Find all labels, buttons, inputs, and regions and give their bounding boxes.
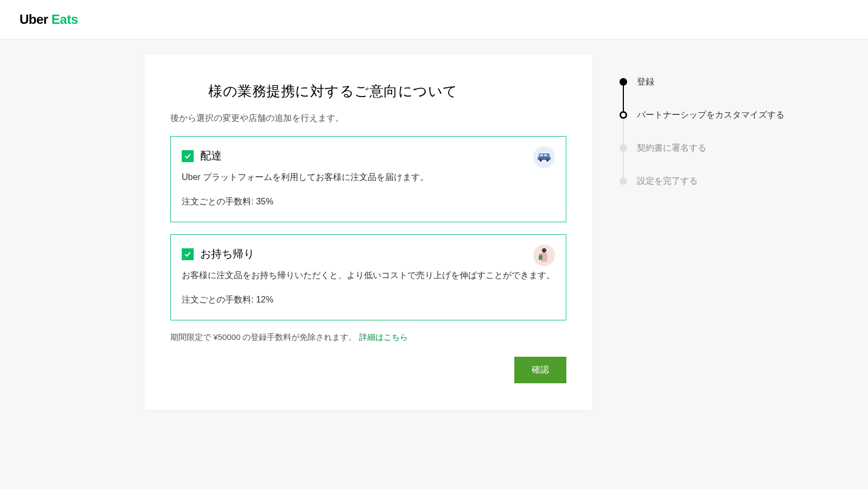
footer-note: 期間限定で ¥50000 の登録手数料が免除されます。 詳細はこちら [170,332,566,343]
checkmark-icon [183,152,192,160]
step-label: 設定を完了する [637,176,698,187]
option-title: お持ち帰り [200,247,254,261]
step-marker-pending-icon [620,177,627,185]
option-title: 配達 [200,149,222,163]
checkbox-pickup[interactable] [182,248,194,260]
details-link[interactable]: 詳細はこちら [359,332,408,342]
option-description: Uber プラットフォームを利用してお客様に注文品を届けます。 [182,172,555,183]
checkmark-icon [183,250,192,259]
logo-part-eats: Eats [52,12,78,27]
option-description: お客様に注文品をお持ち帰りいただくと、より低いコストで売り上げを伸ばすことができ… [182,270,555,281]
option-delivery[interactable]: 配達 Uber プラットフォームを利用してお客様に注文品を届けます。 注文ごとの… [170,136,566,222]
confirm-button[interactable]: 確認 [514,357,566,383]
logo[interactable]: Uber Eats [20,12,848,27]
progress-stepper: 登録 パートナーシップをカスタマイズする 契約書に署名する 設定を完了する [620,55,815,410]
step-connector [623,149,624,179]
step-register: 登録 [620,76,815,110]
svg-rect-1 [540,154,543,156]
option-fee: 注文ごとの手数料: 35% [182,196,555,208]
step-label: パートナーシップをカスタマイズする [637,110,784,121]
option-fee: 注文ごとの手数料: 12% [182,294,555,306]
step-connector [623,116,624,146]
step-customize: パートナーシップをカスタマイズする [620,110,815,143]
footer-note-text: 期間限定で ¥50000 の登録手数料が免除されます。 [170,332,359,342]
step-marker-done-icon [620,78,627,86]
step-connector [623,83,624,113]
step-label: 登録 [637,76,654,88]
main-container: 様の業務提携に対するご意向について 後から選択の変更や店舗の追加を行えます。 配… [38,40,830,432]
svg-rect-3 [538,157,551,160]
step-complete: 設定を完了する [620,176,815,209]
content-card: 様の業務提携に対するご意向について 後から選択の変更や店舗の追加を行えます。 配… [144,55,592,410]
svg-point-5 [546,159,549,162]
svg-rect-2 [544,154,547,156]
header: Uber Eats [0,0,868,40]
option-header: お持ち帰り [182,247,555,261]
step-marker-current-icon [620,111,627,119]
option-pickup[interactable]: お持ち帰り お客様に注文品をお持ち帰りいただくと、より低いコストで売り上げを伸ば… [170,234,566,320]
car-icon [533,146,555,168]
logo-part-uber: Uber [20,12,52,27]
option-header: 配達 [182,149,555,163]
page-subtitle: 後から選択の変更や店舗の追加を行えます。 [170,113,566,124]
step-label: 契約書に署名する [637,143,706,154]
page-title: 様の業務提携に対するご意向について [208,82,566,101]
svg-point-6 [542,248,546,253]
step-sign: 契約書に署名する [620,143,815,176]
person-bag-icon [533,244,555,266]
checkbox-delivery[interactable] [182,150,194,162]
svg-rect-8 [540,254,541,256]
svg-point-4 [539,159,542,162]
button-row: 確認 [170,357,566,383]
step-marker-pending-icon [620,144,627,152]
